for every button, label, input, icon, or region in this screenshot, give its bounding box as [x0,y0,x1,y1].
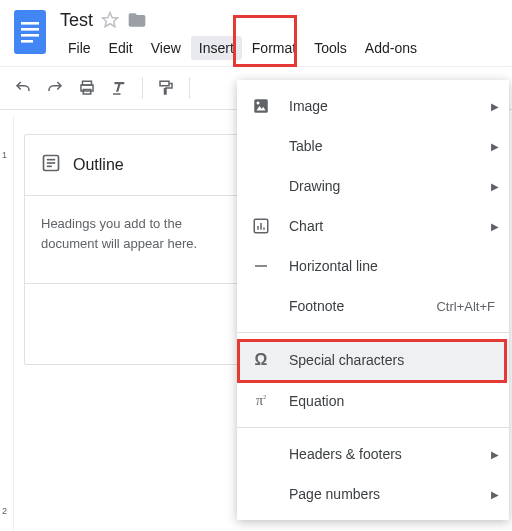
menu-separator [237,427,509,428]
svg-rect-10 [160,81,169,86]
submenu-arrow-icon: ▶ [491,181,499,192]
menu-item-label: Special characters [289,352,495,368]
horizontal-line-icon [251,257,271,275]
menu-item-label: Footnote [289,298,436,314]
svg-marker-5 [103,13,118,27]
outline-panel: Outline Headings you add to the document… [24,134,239,365]
menu-item-chart[interactable]: Chart ▶ [237,206,509,246]
svg-rect-0 [14,10,46,54]
image-icon [251,97,271,115]
print-button[interactable] [78,79,96,97]
submenu-arrow-icon: ▶ [491,221,499,232]
menu-insert[interactable]: Insert [191,36,242,60]
menu-item-label: Horizontal line [289,258,495,274]
chart-icon [251,217,271,235]
svg-point-17 [257,102,260,105]
menu-view[interactable]: View [143,36,189,60]
insert-menu-dropdown: Image ▶ Table ▶ Drawing ▶ Chart ▶ Horizo… [237,80,509,520]
outline-empty [25,284,238,364]
title-row: Test [60,8,500,32]
svg-rect-2 [21,28,39,31]
menu-file[interactable]: File [60,36,99,60]
menu-item-footnote[interactable]: Footnote Ctrl+Alt+F [237,286,509,326]
ruler-tick-1: 1 [2,150,7,160]
ruler-tick-2: 2 [2,506,7,516]
docs-app-icon [12,8,52,56]
menu-item-image[interactable]: Image ▶ [237,86,509,126]
header: Test File Edit View Insert Format Tools … [0,0,512,60]
menu-item-label: Drawing [289,178,495,194]
menu-item-page-numbers[interactable]: Page numbers ▶ [237,474,509,514]
menu-item-special-characters[interactable]: Ω Special characters [237,339,509,381]
menu-item-label: Page numbers [289,486,495,502]
menu-item-drawing[interactable]: Drawing ▶ [237,166,509,206]
menu-item-table[interactable]: Table ▶ [237,126,509,166]
menu-separator [237,332,509,333]
outline-icon [41,153,61,177]
toolbar-divider-2 [189,77,190,99]
svg-rect-3 [21,34,39,37]
svg-rect-1 [21,22,39,25]
menu-edit[interactable]: Edit [101,36,141,60]
svg-rect-15 [254,99,268,113]
folder-icon[interactable] [127,10,147,30]
clear-formatting-button[interactable] [110,79,128,97]
menu-item-label: Equation [289,393,495,409]
submenu-arrow-icon: ▶ [491,489,499,500]
menu-item-horizontal-line[interactable]: Horizontal line [237,246,509,286]
menu-item-label: Headers & footers [289,446,495,462]
menu-tools[interactable]: Tools [306,36,355,60]
equation-icon: π² [251,393,271,409]
star-icon[interactable] [101,11,119,29]
outline-title: Outline [73,156,124,174]
undo-button[interactable] [14,79,32,97]
menu-addons[interactable]: Add-ons [357,36,425,60]
submenu-arrow-icon: ▶ [491,101,499,112]
title-area: Test File Edit View Insert Format Tools … [60,8,500,60]
submenu-arrow-icon: ▶ [491,449,499,460]
menu-format[interactable]: Format [244,36,304,60]
menu-bar: File Edit View Insert Format Tools Add-o… [60,36,500,60]
outline-header[interactable]: Outline [25,135,238,196]
outline-hint: Headings you add to the document will ap… [25,196,238,284]
submenu-arrow-icon: ▶ [491,141,499,152]
svg-rect-4 [21,40,33,43]
menu-item-label: Table [289,138,495,154]
paint-format-button[interactable] [157,79,175,97]
omega-icon: Ω [251,351,271,369]
menu-item-label: Image [289,98,495,114]
toolbar-divider [142,77,143,99]
menu-item-shortcut: Ctrl+Alt+F [436,299,495,314]
vertical-ruler: 1 2 [0,116,14,531]
menu-item-headers-footers[interactable]: Headers & footers ▶ [237,434,509,474]
menu-item-label: Chart [289,218,495,234]
menu-item-equation[interactable]: π² Equation [237,381,509,421]
redo-button[interactable] [46,79,64,97]
doc-title[interactable]: Test [60,10,93,31]
